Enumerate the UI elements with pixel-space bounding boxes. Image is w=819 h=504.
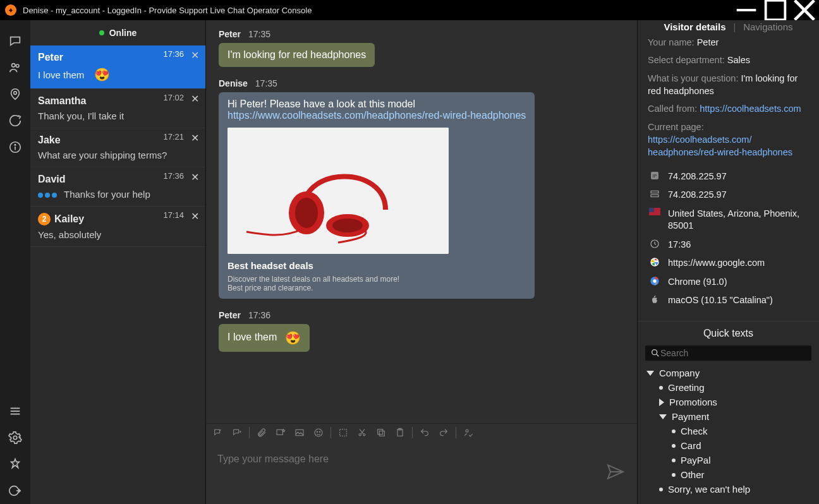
qt-node-card[interactable]: Card: [646, 438, 810, 453]
rail-location-icon[interactable]: [0, 81, 30, 107]
heart-eyes-emoji: 😍: [285, 331, 301, 345]
expand-icon: [659, 414, 667, 419]
rail-visitors-icon[interactable]: [0, 54, 30, 81]
conversation-time: 17:02: [163, 93, 184, 102]
image-star-icon[interactable]: [274, 426, 288, 440]
svg-line-44: [657, 354, 658, 356]
close-conversation-icon[interactable]: ✕: [191, 132, 199, 144]
svg-point-18: [295, 198, 318, 228]
message-bubble: I love them 😍: [219, 324, 310, 352]
svg-point-25: [319, 431, 320, 432]
current-page-link[interactable]: https://coolheadsets.com/ headphones/red…: [648, 135, 792, 157]
visitor-host: 74.208.225.97: [668, 189, 808, 201]
rail-activity-icon[interactable]: [0, 107, 30, 134]
svg-point-42: [653, 279, 656, 282]
svg-rect-22: [296, 429, 303, 435]
link-preview-image: [228, 128, 449, 254]
quick-texts-search-input[interactable]: [660, 348, 806, 358]
qt-node-paypal[interactable]: PayPal: [646, 453, 810, 467]
message-input[interactable]: [217, 453, 599, 465]
qt-node-other[interactable]: Other: [646, 467, 810, 482]
bullet-icon: [672, 429, 676, 433]
svg-rect-38: [651, 195, 658, 196]
close-window-button[interactable]: [790, 0, 819, 20]
message-sender: Peter: [219, 310, 241, 320]
svg-rect-30: [378, 429, 383, 434]
unread-badge: 2: [38, 213, 51, 225]
tab-navigations[interactable]: Navigations: [743, 21, 792, 32]
visitor-name: Peter: [697, 37, 719, 47]
titlebar: ⌖ Denise - my_account - LoggedIn - Provi…: [0, 0, 819, 20]
conversation-item[interactable]: Peter 17:36 ✕ I love them😍: [30, 45, 205, 89]
paste-icon[interactable]: [393, 426, 407, 440]
rail-chats-icon[interactable]: [0, 28, 30, 54]
svg-point-6: [14, 92, 17, 95]
tab-visitor-details[interactable]: Visitor details: [664, 21, 725, 32]
message-link[interactable]: https://www.coolheadsets.com/headphones/…: [228, 110, 526, 121]
cut-icon[interactable]: [355, 426, 369, 440]
visitor-referrer-link[interactable]: https://www.google.com: [668, 257, 808, 270]
rail-menu-icon[interactable]: [0, 398, 30, 424]
attach-icon[interactable]: [255, 426, 269, 440]
select-icon[interactable]: [336, 426, 350, 440]
qt-node-check[interactable]: Check: [646, 424, 810, 438]
ip-icon: IP: [649, 171, 660, 181]
close-conversation-icon[interactable]: ✕: [191, 93, 199, 105]
svg-point-27: [359, 433, 361, 435]
rail-logout-icon[interactable]: [0, 477, 30, 504]
maximize-button[interactable]: [761, 0, 790, 20]
svg-rect-29: [379, 431, 384, 436]
close-conversation-icon[interactable]: ✕: [191, 210, 199, 222]
close-conversation-icon[interactable]: ✕: [191, 49, 199, 61]
message-bubble: Hi Peter! Please have a look at this mod…: [219, 92, 535, 299]
conversation-item[interactable]: Samantha 17:02 ✕ Thank you, I'll take it: [30, 89, 205, 128]
send-button[interactable]: [605, 462, 626, 484]
copy-icon[interactable]: [374, 426, 388, 440]
message-time: 17:36: [248, 310, 270, 320]
transfer-chat-icon[interactable]: [211, 426, 225, 440]
qt-node-promotions[interactable]: Promotions: [646, 395, 810, 409]
redo-icon[interactable]: [437, 426, 451, 440]
message-time: 17:35: [248, 29, 270, 39]
visitor-location: United States, Arizona, Phoenix, 85001: [668, 208, 808, 232]
svg-rect-26: [340, 429, 347, 436]
message-visitor: Peter 17:35 I'm looking for red headphon…: [219, 29, 624, 67]
rail-settings-icon[interactable]: [0, 424, 30, 451]
bullet-icon: [672, 473, 676, 477]
conversation-item[interactable]: Jake 17:21 ✕ What are your shipping term…: [30, 128, 205, 167]
invite-chat-icon[interactable]: [230, 426, 244, 440]
details-tabs: Visitor details | Navigations: [638, 20, 819, 33]
conversation-item[interactable]: David 17:36 ✕ Thanks for your help: [30, 167, 205, 207]
called-from-link[interactable]: https://coolheadsets.com: [700, 104, 801, 114]
google-icon: [649, 257, 660, 267]
rail-badge-icon[interactable]: [0, 451, 30, 477]
svg-rect-37: [651, 191, 658, 193]
bullet-icon: [659, 488, 663, 491]
close-conversation-icon[interactable]: ✕: [191, 171, 199, 183]
conversation-name: Samantha: [38, 95, 86, 107]
svg-point-20: [332, 219, 363, 232]
flag-icon: [649, 208, 660, 215]
conversation-time: 17:14: [163, 210, 184, 220]
operator-status[interactable]: Online: [30, 20, 205, 45]
undo-icon[interactable]: [418, 426, 432, 440]
qt-node-greeting[interactable]: Greeting: [646, 380, 810, 395]
picture-icon[interactable]: [293, 426, 306, 440]
rail-info-icon[interactable]: [0, 134, 30, 160]
conversation-item[interactable]: 2Kailey 17:14 ✕ Yes, absolutely: [30, 207, 205, 247]
qt-node-payment[interactable]: Payment: [646, 409, 810, 424]
message-text: I love them: [228, 332, 277, 342]
qt-node-sorry[interactable]: Sorry, we can't help: [646, 482, 810, 496]
visitor-details: Your name: Peter Select department: Sale…: [638, 33, 819, 321]
clock-icon: [649, 239, 660, 249]
status-dot-icon: [99, 30, 104, 35]
qt-node-company[interactable]: Company: [646, 366, 810, 380]
chrome-icon: [649, 276, 660, 286]
spellcheck-icon[interactable]: [461, 426, 475, 440]
app-logo: ⌖: [5, 4, 16, 16]
message-time: 17:35: [255, 78, 277, 88]
visitor-ip: 74.208.225.97: [668, 171, 808, 183]
minimize-button[interactable]: [732, 0, 761, 20]
emoji-icon[interactable]: [312, 426, 325, 440]
quick-texts-search: [645, 345, 811, 361]
